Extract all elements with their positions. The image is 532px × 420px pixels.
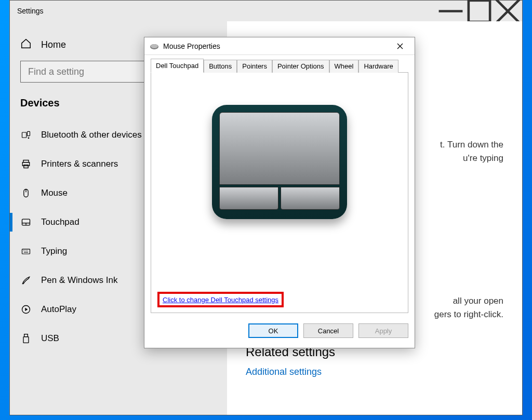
window-controls [436,1,522,21]
svg-rect-9 [24,165,28,168]
window-title: Settings [17,7,44,15]
sidebar-item-label: Printers & scanners [41,159,118,169]
touchpad-icon [20,217,32,227]
usb-icon [20,333,32,344]
cancel-button[interactable]: Cancel [303,323,353,338]
tab-pointers[interactable]: Pointers [237,60,272,73]
tab-hardware[interactable]: Hardware [358,60,398,73]
autoplay-icon [20,304,32,315]
tab-panel: Click to change Dell Touchpad settings [151,73,408,313]
sidebar-item-label: USB [41,333,59,344]
dialog-titlebar: Mouse Properties [144,37,415,55]
tabstrip: Dell Touchpad Buttons Pointers Pointer O… [151,59,408,73]
highlight-annotation: Click to change Dell Touchpad settings [157,292,284,307]
dialog-close-button[interactable] [390,39,410,53]
pen-icon [20,275,32,286]
tab-buttons[interactable]: Buttons [204,60,237,73]
tab-wheel[interactable]: Wheel [329,60,359,73]
dialog-body: Dell Touchpad Buttons Pointers Pointer O… [144,55,415,319]
svg-rect-1 [469,0,490,21]
touchpad-illustration [158,105,401,219]
mouse-properties-dialog: Mouse Properties Dell Touchpad Buttons P… [144,37,415,348]
touchpad-surface [219,112,340,185]
ok-button[interactable]: OK [248,323,298,338]
svg-marker-22 [25,308,28,311]
close-button[interactable] [494,1,522,21]
sidebar-item-label: Touchpad [41,217,79,227]
touchpad-buttons-row [219,187,340,210]
printer-icon [20,159,32,169]
minimize-button[interactable] [436,1,465,21]
touchpad-device-graphic [212,105,347,219]
tab-dell-touchpad[interactable]: Dell Touchpad [151,59,204,73]
svg-rect-24 [23,337,29,343]
bluetooth-devices-icon [20,130,32,140]
svg-point-6 [28,138,29,139]
sidebar-item-label: Pen & Windows Ink [41,275,117,286]
change-touchpad-settings-link[interactable]: Click to change Dell Touchpad settings [163,296,278,304]
touchpad-right-button [281,187,340,210]
close-icon [397,43,403,49]
tab-pointer-options[interactable]: Pointer Options [272,60,329,73]
dialog-title: Mouse Properties [163,42,220,50]
svg-rect-5 [28,131,30,136]
svg-rect-4 [22,132,26,138]
sidebar-item-label: Typing [41,246,67,256]
touchpad-left-button [219,187,278,210]
home-icon [20,38,32,51]
sidebar-item-label: Bluetooth & other devices [41,130,142,140]
additional-settings-link[interactable]: Additional settings [246,367,503,377]
dialog-button-row: OK Cancel Apply [144,319,415,344]
sidebar-item-label: Mouse [41,188,68,198]
keyboard-icon [20,246,32,256]
mouse-glyph-icon [150,43,159,49]
maximize-button[interactable] [465,1,494,21]
apply-button: Apply [358,323,408,338]
sidebar-item-label: AutoPlay [41,304,76,315]
titlebar: Settings [10,1,522,21]
svg-rect-23 [24,334,28,337]
svg-point-26 [151,44,158,48]
svg-rect-15 [22,249,30,254]
home-label: Home [41,39,66,50]
mouse-icon [20,188,32,198]
